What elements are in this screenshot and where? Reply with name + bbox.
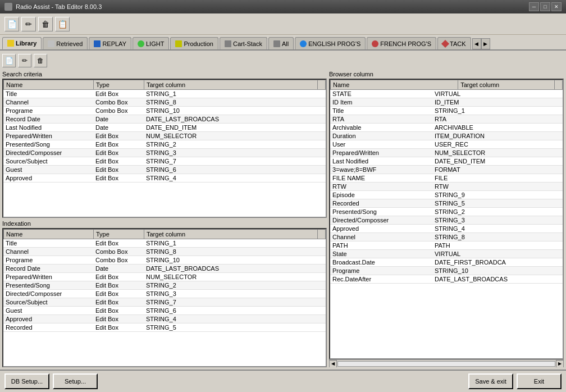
table-row[interactable]: TitleEdit BoxSTRING_1 <box>3 239 326 248</box>
browser-scroll-header <box>555 80 563 90</box>
table-row[interactable]: Rec.DateAfterDATE_LAST_BROADCAS <box>330 275 563 284</box>
table-row[interactable]: RTARTA <box>330 115 563 124</box>
footer-right: Save & exit Exit <box>468 373 562 389</box>
scroll-left-btn[interactable]: ◀ <box>329 360 337 368</box>
table-row[interactable]: Presented/SongEdit BoxSTRING_2 <box>3 281 326 290</box>
table-row[interactable]: UserUSER_REC <box>330 140 563 149</box>
table-row[interactable]: Prepared/WrittenEdit BoxNUM_SELECTOR <box>3 273 326 281</box>
table-row[interactable]: ChannelSTRING_8 <box>330 233 563 241</box>
scroll-track[interactable] <box>337 361 555 367</box>
table-row[interactable]: ChannelCombo BoxSTRING_8 <box>3 98 326 107</box>
table-row[interactable]: Presented/SongSTRING_2 <box>330 208 563 216</box>
save-exit-button[interactable]: Save & exit <box>468 373 513 389</box>
table-row[interactable]: ArchivableARCHIVABLE <box>330 124 563 132</box>
table-row[interactable]: RecordedEdit BoxSTRING_5 <box>3 323 326 332</box>
search-criteria-table: Name Type Target column <box>3 80 326 90</box>
table-row[interactable]: STATEVIRTUAL <box>330 90 563 98</box>
inner-new-button[interactable]: 📄 <box>2 54 16 67</box>
search-criteria-scroll[interactable]: TitleEdit BoxSTRING_1ChannelCombo BoxSTR… <box>3 90 326 217</box>
table-row[interactable]: TitleSTRING_1 <box>330 107 563 115</box>
table-row[interactable]: GuestEdit BoxSTRING_6 <box>3 166 326 174</box>
inner-eraser-button[interactable]: ✏ <box>18 54 31 67</box>
table-row[interactable]: Directed/ComposserSTRING_3 <box>330 216 563 225</box>
tab-retrieved[interactable]: Retrieved <box>43 37 88 49</box>
table-row[interactable]: Presented/SongEdit BoxSTRING_2 <box>3 140 326 149</box>
search-scroll-header <box>318 80 326 90</box>
body-area: 📄 ✏ 🗑 Search criteria Name <box>0 51 566 370</box>
tab-french-progs[interactable]: FRENCH PROG'S <box>367 37 436 49</box>
tab-english-progs[interactable]: ENGLISH PROG'S <box>295 37 366 49</box>
minimize-button[interactable]: ─ <box>529 2 539 11</box>
index-col-name: Name <box>4 230 94 239</box>
indexation-scroll[interactable]: TitleEdit BoxSTRING_1ChannelCombo BoxSTR… <box>3 239 326 366</box>
table-row[interactable]: Directed/ComposserEdit BoxSTRING_3 <box>3 149 326 157</box>
main-content: 📄 ✏ 🗑 📋 Library Retrieved REPLAY LIGHT P… <box>0 13 566 392</box>
table-row[interactable]: 3=wave;8=BWFFORMAT <box>330 166 563 174</box>
table-row[interactable]: Prepared/WrittenNUM_SELECTOR <box>330 149 563 157</box>
browser-column-table-container: Name Target column STATEVIRTUALID ItemID… <box>329 79 564 359</box>
window-controls: ─ □ ✕ <box>529 2 562 11</box>
search-criteria-data: TitleEdit BoxSTRING_1ChannelCombo BoxSTR… <box>3 90 326 183</box>
table-row[interactable]: ApprovedSTRING_4 <box>330 225 563 233</box>
table-row[interactable]: TitleEdit BoxSTRING_1 <box>3 90 326 98</box>
table-row[interactable]: Record DateDateDATE_LAST_BROADCAS <box>3 265 326 273</box>
search-col-name: Name <box>4 80 94 90</box>
tab-scroll-right[interactable]: ▶ <box>481 38 490 49</box>
indexation-header-table: Name Type Target column <box>3 229 326 239</box>
indexation-data: TitleEdit BoxSTRING_1ChannelCombo BoxSTR… <box>3 239 326 332</box>
maximize-button[interactable]: □ <box>540 2 550 11</box>
table-row[interactable]: DurationITEM_DURATION <box>330 132 563 140</box>
tab-replay[interactable]: REPLAY <box>89 37 131 49</box>
exit-button[interactable]: Exit <box>517 373 562 389</box>
setup-button[interactable]: Setup... <box>53 373 98 389</box>
table-row[interactable]: StateVIRTUAL <box>330 250 563 258</box>
indexation-table-container: Name Type Target column TitleEdit BoxS <box>2 228 327 367</box>
new-doc-button[interactable]: 📄 <box>4 17 19 31</box>
tab-cart-stack[interactable]: Cart-Stack <box>220 37 267 49</box>
browser-col-target: Target column <box>458 80 555 90</box>
copy-button[interactable]: 📋 <box>55 17 70 31</box>
table-row[interactable]: Source/SubjectEdit BoxSTRING_7 <box>3 157 326 166</box>
browser-h-scrollbar[interactable]: ◀ ▶ <box>329 359 564 367</box>
tab-all[interactable]: All <box>268 37 294 49</box>
delete-button[interactable]: 🗑 <box>38 17 53 31</box>
table-row[interactable]: ProgrameCombo BoxSTRING_10 <box>3 107 326 115</box>
table-row[interactable]: ApprovedEdit BoxSTRING_4 <box>3 174 326 183</box>
table-row[interactable]: Last NodifiedDateDATE_END_ITEM <box>3 124 326 132</box>
tab-scroll-left[interactable]: ◀ <box>472 38 481 49</box>
table-row[interactable]: EpisodeSTRING_9 <box>330 191 563 199</box>
panels-row: Search criteria Name Type Target column <box>2 71 564 367</box>
table-row[interactable]: ApprovedEdit BoxSTRING_4 <box>3 315 326 323</box>
table-row[interactable]: ChannelCombo BoxSTRING_8 <box>3 248 326 256</box>
table-row[interactable]: RecordedSTRING_5 <box>330 199 563 208</box>
tab-library[interactable]: Library <box>2 37 42 49</box>
db-setup-button[interactable]: DB Setup... <box>4 373 49 389</box>
table-row[interactable]: FILE NAMEFILE <box>330 174 563 183</box>
table-row[interactable]: Source/SubjectEdit BoxSTRING_7 <box>3 298 326 307</box>
eraser-button[interactable]: ✏ <box>21 17 36 31</box>
table-row[interactable]: Last NodifiedDATE_END_ITEM <box>330 157 563 166</box>
toolbar-top: 📄 ✏ 🗑 📋 <box>0 13 566 35</box>
scroll-right-btn[interactable]: ▶ <box>556 360 564 368</box>
tab-tack[interactable]: TACK <box>437 37 471 49</box>
inner-delete-button[interactable]: 🗑 <box>34 54 47 67</box>
table-row[interactable]: Prepared/WrittenEdit BoxNUM_SELECTOR <box>3 132 326 140</box>
browser-column-section: Name Target column STATEVIRTUALID ItemID… <box>329 79 564 367</box>
close-button[interactable]: ✕ <box>551 2 562 11</box>
table-row[interactable]: Record DateDateDATE_LAST_BROADCAS <box>3 115 326 124</box>
tab-light[interactable]: LIGHT <box>133 37 169 49</box>
table-row[interactable]: ProgrameSTRING_10 <box>330 267 563 275</box>
table-row[interactable]: ProgrameCombo BoxSTRING_10 <box>3 256 326 265</box>
title-bar: Radio Assist - Tab Editor 8.00.3 ─ □ ✕ <box>0 0 566 13</box>
table-row[interactable]: GuestEdit BoxSTRING_6 <box>3 307 326 315</box>
tab-production[interactable]: Production <box>170 37 218 49</box>
browser-column-scroll[interactable]: STATEVIRTUALID ItemID_ITEMTitleSTRING_1R… <box>330 90 563 358</box>
tab-bar: Library Retrieved REPLAY LIGHT Productio… <box>0 35 566 51</box>
table-row[interactable]: RTWRTW <box>330 183 563 191</box>
index-col-target: Target column <box>144 230 318 239</box>
table-row[interactable]: ID ItemID_ITEM <box>330 98 563 107</box>
right-panel: Browser column Name Target column <box>329 71 564 367</box>
table-row[interactable]: PATHPATH <box>330 241 563 250</box>
table-row[interactable]: Broadcast.DateDATE_FIRST_BROADCA <box>330 258 563 267</box>
table-row[interactable]: Directed/ComposserEdit BoxSTRING_3 <box>3 290 326 298</box>
